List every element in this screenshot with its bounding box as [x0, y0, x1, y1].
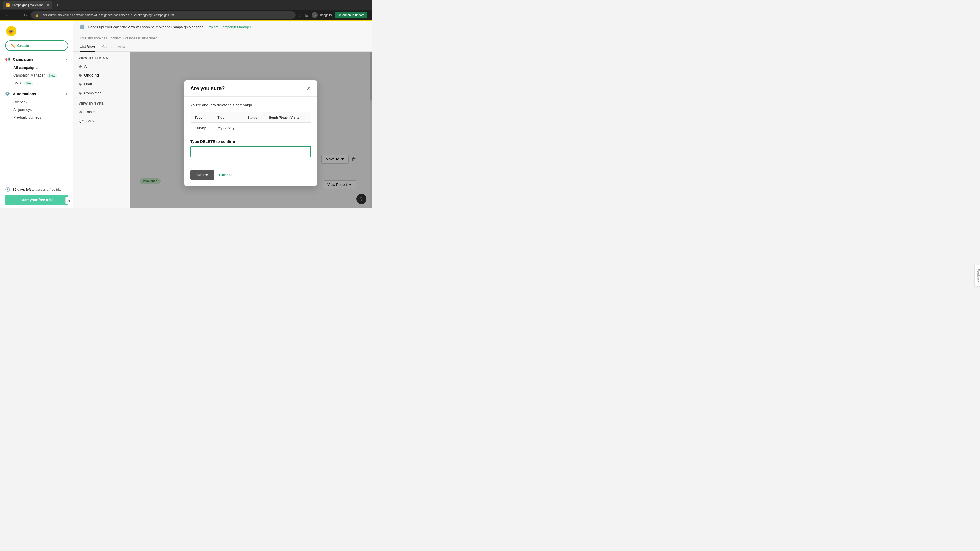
incognito-avatar: S — [312, 12, 318, 18]
status-filter-title: View by Status — [73, 56, 130, 62]
main-layout: 🐵 ✏️ Create 📢 Campaigns ▲ All campaigns … — [0, 21, 372, 208]
sms-badge: New — [24, 81, 33, 86]
modal-footer: Delete Cancel — [184, 170, 317, 186]
filter-draft[interactable]: ◈ Draft — [73, 79, 130, 89]
filter-all-icon: ◈ — [79, 64, 82, 68]
filter-emails-icon: ✉ — [79, 110, 82, 114]
table-row: Survey My Survey — [191, 122, 311, 133]
row-status — [243, 122, 265, 133]
sidebar-item-sms[interactable]: SMS New — [0, 79, 73, 87]
campaigns-section-header[interactable]: 📢 Campaigns ▲ — [0, 55, 73, 64]
modal-body: You're about to delete this campaign. Ty… — [184, 97, 317, 170]
relaunch-button[interactable]: Relaunch to update — [335, 12, 368, 18]
row-sends — [265, 122, 310, 133]
tab-calendar-view[interactable]: Calendar View — [102, 42, 125, 52]
pencil-icon: ✏️ — [11, 44, 15, 48]
delete-button[interactable]: Delete — [190, 170, 214, 180]
sidebar-campaigns-section: 📢 Campaigns ▲ All campaigns Campaign Man… — [0, 55, 73, 89]
browser-chrome: M Campaigns | Mailchimp ✕ + — [0, 0, 372, 10]
extension-icon[interactable]: ⊞ — [305, 13, 309, 17]
automations-icon: ⚙️ — [5, 91, 10, 96]
create-button[interactable]: ✏️ Create — [5, 40, 68, 51]
tab-list-view[interactable]: List View — [80, 42, 95, 52]
sidebar-logo: 🐵 — [0, 21, 73, 40]
start-trial-button[interactable]: Start your free trial — [5, 195, 68, 205]
automations-chevron-icon: ▲ — [65, 92, 68, 96]
lock-icon: 🔒 — [35, 13, 39, 17]
campaign-area: Published Move To ▼ 🗑 View Report ▼ — [130, 52, 372, 208]
col-header-sends: Sends/Reach/Visits — [265, 112, 310, 122]
row-title: My Survey — [213, 122, 243, 133]
user-initial: S — [314, 14, 316, 17]
delete-confirm-modal: Are you sure? ✕ You're about to delete t… — [184, 80, 317, 186]
modal-title: Are you sure? — [190, 86, 224, 91]
modal-header: Are you sure? ✕ — [184, 80, 317, 97]
sidebar-item-all-campaigns[interactable]: All campaigns — [0, 64, 73, 71]
tab-favicon: M — [6, 3, 10, 7]
sidebar-item-campaign-manager[interactable]: Campaign Manager New — [0, 71, 73, 79]
filter-ongoing-icon: ◈ — [79, 73, 82, 78]
tab-title: Campaigns | Mailchimp — [12, 3, 44, 7]
new-tab-button[interactable]: + — [54, 2, 61, 8]
automations-section-header[interactable]: ⚙️ Automations ▲ — [0, 89, 73, 98]
row-type: Survey — [191, 122, 213, 133]
campaign-manager-badge: New — [47, 73, 57, 78]
modal-campaign-table: Type Title Status Sends/Reach/Visits Sur… — [190, 112, 311, 133]
content-body: View by Status ◈ All ◈ Ongoing ◈ Draft ◈… — [73, 52, 372, 208]
filter-completed-icon: ◈ — [79, 91, 82, 95]
modal-close-button[interactable]: ✕ — [307, 86, 311, 91]
col-header-status: Status — [243, 112, 265, 122]
campaigns-chevron-icon: ▲ — [65, 58, 68, 61]
sidebar-collapse-button[interactable]: ◀ — [65, 197, 73, 204]
trial-text: 89 days left to access a free trial. — [13, 187, 62, 191]
alert-info-icon: ℹ️ — [80, 24, 85, 29]
reload-button[interactable]: ↻ — [22, 12, 28, 19]
url-bar[interactable]: 🔒 us21.admin.mailchimp.com/campaigns/#f_… — [31, 11, 296, 19]
address-actions: ☆ ⊞ S Incognito Relaunch to update — [299, 12, 368, 18]
filter-ongoing[interactable]: ◈ Ongoing — [73, 71, 130, 79]
tab-close-button[interactable]: ✕ — [47, 3, 49, 7]
delete-confirm-input[interactable] — [190, 146, 311, 157]
browser-tab[interactable]: M Campaigns | Mailchimp ✕ — [3, 1, 52, 10]
address-bar: ← → ↻ 🔒 us21.admin.mailchimp.com/campaig… — [0, 10, 372, 20]
filter-emails[interactable]: ✉ Emails — [73, 107, 130, 116]
alert-text: Heads up! Your calendar view will soon b… — [88, 25, 204, 29]
automations-section-title: ⚙️ Automations — [5, 91, 36, 96]
trial-clock-icon: 🕐 — [5, 187, 10, 192]
back-button[interactable]: ← — [4, 12, 10, 18]
alert-banner: ℹ️ Heads up! Your calendar view will soo… — [73, 21, 372, 33]
filter-draft-icon: ◈ — [79, 82, 82, 86]
tabs-row: List View Calendar View — [73, 42, 372, 52]
content-header: Your audience has 1 contact. For those i… — [73, 33, 372, 40]
incognito-button[interactable]: S Incognito — [312, 12, 332, 18]
explore-campaign-manager-link[interactable]: Explore Campaign Manager — [207, 25, 251, 29]
sidebar-item-overview[interactable]: Overview — [0, 98, 73, 106]
modal-description: You're about to delete this campaign. — [190, 103, 311, 107]
url-text: us21.admin.mailchimp.com/campaigns/#f_as… — [41, 13, 174, 17]
col-header-type: Type — [191, 112, 213, 122]
sidebar-automations-section: ⚙️ Automations ▲ Overview All journeys P… — [0, 89, 73, 123]
filter-sidebar: View by Status ◈ All ◈ Ongoing ◈ Draft ◈… — [73, 52, 130, 208]
campaigns-section-title: 📢 Campaigns — [5, 57, 33, 62]
col-header-title: Title — [213, 112, 243, 122]
sidebar-item-all-journeys[interactable]: All journeys — [0, 106, 73, 114]
filter-sms[interactable]: 💬 SMS — [73, 116, 130, 125]
svg-text:🐵: 🐵 — [8, 29, 14, 35]
confirm-label: Type DELETE to confirm — [190, 139, 311, 144]
filter-sms-icon: 💬 — [79, 118, 84, 123]
main-content: ℹ️ Heads up! Your calendar view will soo… — [73, 21, 372, 208]
sidebar: 🐵 ✏️ Create 📢 Campaigns ▲ All campaigns … — [0, 21, 73, 208]
mailchimp-logo: 🐵 — [6, 26, 16, 36]
type-filter-title: View by Type — [73, 102, 130, 107]
audience-info-text: Your audience has 1 contact. For those i… — [80, 36, 159, 40]
forward-button[interactable]: → — [13, 12, 19, 18]
filter-all[interactable]: ◈ All — [73, 62, 130, 71]
modal-overlay[interactable]: Are you sure? ✕ You're about to delete t… — [130, 52, 372, 208]
cancel-button[interactable]: Cancel — [219, 173, 232, 177]
bookmark-icon[interactable]: ☆ — [299, 13, 302, 17]
campaigns-icon: 📢 — [5, 57, 10, 62]
filter-completed[interactable]: ◈ Completed — [73, 89, 130, 97]
trial-info: 🕐 89 days left to access a free trial. — [5, 187, 68, 192]
sidebar-bottom: 🕐 89 days left to access a free trial. S… — [0, 183, 73, 208]
sidebar-item-prebuilt-journeys[interactable]: Pre-built journeys — [0, 114, 73, 121]
